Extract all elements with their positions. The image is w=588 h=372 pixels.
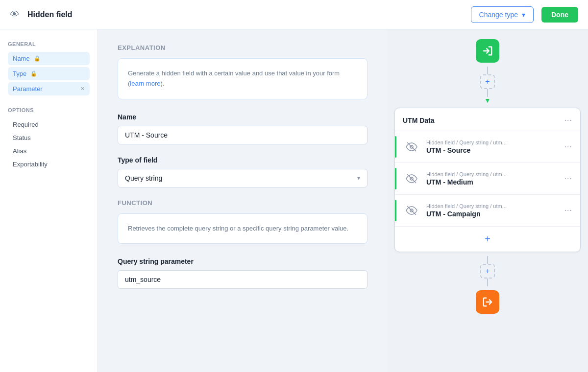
sidebar-option-alias[interactable]: Alias — [8, 144, 90, 158]
sidebar-option-required[interactable]: Required — [8, 118, 90, 131]
utm-medium-name: UTM - Medium — [426, 178, 559, 186]
accent-bar-medium — [395, 168, 396, 189]
utm-campaign-name: UTM - Campaign — [426, 210, 559, 218]
sidebar-item-parameter[interactable]: Parameter ✕ — [8, 82, 90, 95]
eye-icon-wrapper-medium — [403, 170, 420, 187]
close-icon-parameter[interactable]: ✕ — [80, 86, 85, 92]
sidebar-type-label: Type — [13, 70, 26, 77]
type-select-wrapper: Query string ▾ — [118, 169, 368, 187]
accent-bar-campaign — [395, 200, 396, 221]
utm-source-name: UTM - Source — [426, 146, 559, 154]
options-section-label: Options — [8, 107, 90, 113]
utm-campaign-subtitle: Hidden field / Query string / utm... — [426, 203, 559, 209]
page-title: Hidden field — [27, 10, 463, 19]
flow-line — [487, 67, 488, 74]
utm-campaign-more-button[interactable]: ··· — [564, 206, 572, 215]
flow-line-2 — [487, 89, 488, 97]
utm-card-header: UTM Data ··· — [395, 108, 580, 131]
type-field-label: Type of field — [118, 156, 368, 164]
lock-icon-type: 🔒 — [30, 70, 37, 77]
sidebar-option-exportability[interactable]: Exportability — [8, 158, 90, 171]
explanation-section-title: Explanation — [118, 44, 368, 51]
sidebar-item-name[interactable]: Name 🔒 — [8, 52, 90, 65]
lock-icon-name: 🔒 — [34, 55, 41, 62]
chevron-down-icon: ▾ — [522, 11, 525, 19]
eye-icon-source — [406, 141, 417, 153]
accent-bar-source — [395, 136, 396, 158]
sidebar-option-status[interactable]: Status — [8, 131, 90, 144]
flow-arrow-down: ▼ — [484, 97, 491, 104]
utm-item-info-campaign: Hidden field / Query string / utm... UTM… — [426, 203, 559, 218]
function-text: Retrieves the complete query string or a… — [128, 225, 348, 232]
sidebar: General Name 🔒 Type 🔒 Parameter ✕ Option… — [0, 29, 98, 372]
utm-medium-more-button[interactable]: ··· — [564, 174, 572, 183]
flow-entry-icon — [476, 39, 499, 63]
exit-arrow-icon — [482, 297, 493, 307]
content-area: Explanation Generate a hidden field with… — [98, 29, 387, 372]
entry-arrow-icon — [482, 46, 493, 56]
utm-item-medium: Hidden field / Query string / utm... UTM… — [395, 163, 580, 194]
utm-source-more-button[interactable]: ··· — [564, 142, 572, 151]
utm-card-add-button[interactable]: + — [395, 226, 580, 252]
utm-item-info-source: Hidden field / Query string / utm... UTM… — [426, 140, 559, 154]
utm-medium-subtitle: Hidden field / Query string / utm... — [426, 171, 559, 177]
general-section-label: General — [8, 41, 90, 47]
add-step-button-top[interactable]: + — [480, 74, 495, 89]
chevron-down-icon: ▾ — [357, 175, 360, 182]
learn-more-link[interactable]: learn more — [130, 80, 160, 87]
type-select-value: Query string — [125, 174, 162, 182]
plus-icon: + — [485, 233, 490, 245]
change-type-button[interactable]: Change type ▾ — [471, 6, 534, 23]
explanation-box: Generate a hidden field with a certain v… — [118, 58, 368, 99]
flow-line-3 — [487, 256, 488, 264]
hidden-field-icon: 👁 — [10, 9, 20, 20]
function-section-title: Function — [118, 199, 368, 207]
utm-item-source: Hidden field / Query string / utm... UTM… — [395, 131, 580, 163]
eye-icon-wrapper-source — [403, 138, 420, 156]
explanation-suffix: ). — [160, 80, 164, 87]
utm-card-more-button[interactable]: ··· — [564, 116, 572, 125]
flow-connector-bottom: + — [480, 256, 495, 286]
type-select[interactable]: Query string ▾ — [118, 169, 368, 187]
function-box: Retrieves the complete query string or a… — [118, 213, 368, 244]
name-field-label: Name — [118, 113, 368, 121]
add-step-button-bottom[interactable]: + — [480, 264, 495, 279]
sidebar-item-type[interactable]: Type 🔒 — [8, 67, 90, 80]
utm-data-card: UTM Data ··· Hidden field / Query string… — [394, 108, 581, 252]
utm-source-subtitle: Hidden field / Query string / utm... — [426, 140, 559, 145]
name-input[interactable] — [118, 126, 368, 144]
header: 👁 Hidden field Change type ▾ Done — [0, 0, 588, 29]
flow-line-4 — [487, 279, 488, 286]
query-param-input[interactable] — [118, 270, 368, 289]
eye-icon-medium — [406, 173, 417, 185]
utm-item-campaign: Hidden field / Query string / utm... UTM… — [395, 194, 580, 226]
sidebar-parameter-label: Parameter — [13, 85, 43, 93]
change-type-label: Change type — [479, 11, 518, 19]
utm-item-info-medium: Hidden field / Query string / utm... UTM… — [426, 171, 559, 186]
eye-icon-campaign — [406, 205, 417, 216]
sidebar-name-label: Name — [13, 55, 30, 62]
utm-card-title: UTM Data — [403, 116, 435, 124]
eye-icon-wrapper-campaign — [403, 202, 420, 219]
options-section: Options Required Status Alias Exportabil… — [8, 107, 90, 171]
done-button[interactable]: Done — [541, 7, 578, 23]
right-panel: + ▼ UTM Data ··· Hi — [387, 29, 588, 372]
main-layout: General Name 🔒 Type 🔒 Parameter ✕ Option… — [0, 29, 588, 372]
query-param-label: Query string parameter — [118, 257, 368, 265]
flow-connector-top: + ▼ — [480, 67, 495, 104]
flow-exit-icon — [476, 290, 499, 314]
